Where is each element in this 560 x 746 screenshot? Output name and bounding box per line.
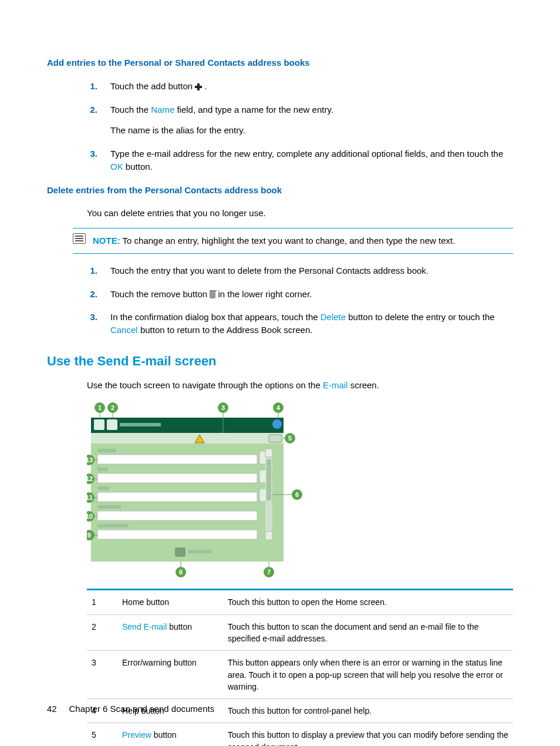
delete-link: Delete — [321, 312, 346, 322]
svg-rect-12 — [97, 468, 108, 471]
step-body: Touch the remove button in the lower rig… — [110, 288, 513, 301]
svg-rect-23 — [265, 449, 272, 457]
text: Touch the — [110, 105, 151, 115]
note-icon — [73, 233, 86, 244]
svg-rect-20 — [97, 524, 128, 527]
text: button. — [126, 162, 153, 172]
note-label: NOTE: — [93, 236, 120, 246]
cell-desc: Touch this button to open the Home scree… — [223, 590, 513, 614]
text: button to return to the Address Book scr… — [140, 325, 313, 335]
svg-rect-19 — [97, 511, 257, 520]
callout-11: 11 — [87, 494, 93, 501]
page-number: 42 — [47, 704, 57, 714]
table-row: 5 Preview button Touch this button to di… — [87, 723, 513, 746]
step-number: 1. — [87, 264, 97, 277]
send-email-screen-figure: 1 2 3 4 5 6 7 8 9 10 11 12 13 — [87, 402, 305, 578]
add-step-1: 1. Touch the add button . — [87, 80, 513, 93]
callout-3: 3 — [221, 404, 225, 411]
text: button — [167, 622, 192, 631]
table-row: 1 Home button Touch this button to open … — [87, 590, 513, 614]
svg-rect-9 — [97, 449, 116, 452]
text: Touch the add button — [110, 81, 195, 91]
step-body: Touch the entry that you want to delete … — [110, 264, 513, 277]
svg-rect-16 — [97, 492, 257, 502]
step-body: Type the e-mail address for the new entr… — [110, 147, 513, 173]
preview-link: Preview — [122, 730, 151, 740]
callout-13: 13 — [87, 456, 93, 463]
cancel-link: Cancel — [110, 325, 138, 335]
svg-rect-27 — [188, 550, 211, 553]
ok-link: OK — [110, 162, 123, 172]
use-intro: Use the touch screen to navigate through… — [87, 379, 513, 392]
cell-num: 1 — [87, 590, 117, 614]
callout-8: 8 — [179, 569, 183, 576]
delete-entries-list: 1. Touch the entry that you want to dele… — [87, 264, 513, 337]
step-number: 1. — [87, 80, 97, 93]
step-number: 3. — [87, 147, 97, 173]
step-body: In the confirmation dialog box that appe… — [110, 311, 513, 337]
svg-rect-24 — [265, 532, 272, 540]
svg-rect-25 — [266, 459, 271, 500]
svg-rect-13 — [97, 473, 257, 483]
cell-desc: Touch this button to display a preview t… — [223, 723, 513, 746]
step-body: Touch the add button . — [110, 80, 513, 93]
text: . — [204, 81, 207, 91]
cell-num: 5 — [87, 723, 117, 746]
cell-name: Home button — [117, 590, 223, 614]
footer-text: Chapter 6 Scan and send documents — [69, 704, 215, 714]
table-row: 2 Send E-mail button Touch this button t… — [87, 614, 513, 651]
text: button — [151, 730, 177, 740]
text: Touch the remove button — [110, 289, 210, 299]
table-row: 3 Error/warning button This button appea… — [87, 650, 513, 698]
delete-step-1: 1. Touch the entry that you want to dele… — [87, 264, 513, 277]
svg-rect-4 — [120, 423, 161, 426]
svg-rect-3 — [107, 419, 117, 430]
heading-use-send-email: Use the Send E-mail screen — [47, 352, 513, 371]
email-link: E-mail — [323, 380, 348, 390]
note-text: To change an entry, highlight the text y… — [123, 236, 456, 246]
callout-10: 10 — [87, 513, 93, 520]
step-number: 3. — [87, 311, 97, 337]
svg-rect-5 — [272, 419, 282, 429]
text: In the confirmation dialog box that appe… — [110, 312, 321, 322]
cell-num: 3 — [87, 651, 117, 698]
cell-desc: This button appears only when there is a… — [223, 651, 513, 698]
heading-add-entries: Add entries to the Personal or Shared Co… — [47, 56, 513, 69]
svg-rect-10 — [97, 455, 257, 464]
callout-table: 1 Home button Touch this button to open … — [87, 589, 513, 746]
svg-rect-18 — [97, 505, 121, 509]
callout-4: 4 — [276, 404, 281, 411]
name-link: Name — [151, 105, 174, 115]
page-footer: 42 Chapter 6 Scan and send documents — [47, 703, 214, 715]
step-number: 2. — [87, 288, 97, 301]
callout-5: 5 — [288, 435, 292, 442]
svg-rect-15 — [97, 486, 109, 490]
callout-6: 6 — [295, 491, 299, 498]
add-step-3: 3. Type the e-mail address for the new e… — [87, 147, 513, 173]
sub-paragraph: The name is the alias for the entry. — [110, 124, 513, 137]
text: button to delete the entry or touch the — [348, 312, 494, 322]
step-number: 2. — [87, 103, 97, 137]
heading-delete-entries: Delete entries from the Personal Contact… — [47, 184, 513, 197]
cell-name: Send E-mail button — [117, 615, 223, 651]
svg-rect-2 — [94, 419, 104, 430]
delete-intro: You can delete entries that you no longe… — [87, 207, 513, 220]
text: Use the touch screen to navigate through… — [87, 380, 323, 390]
callout-9: 9 — [87, 532, 91, 539]
text: Type the e-mail address for the new entr… — [110, 149, 503, 159]
svg-rect-21 — [97, 530, 257, 539]
add-entries-list: 1. Touch the add button . 2. Touch the N… — [87, 80, 513, 173]
cell-desc: Touch this button for control-panel help… — [223, 699, 513, 723]
text: field, and type a name for the new entry… — [177, 105, 333, 115]
svg-rect-26 — [175, 547, 185, 557]
callout-1: 1 — [98, 404, 102, 411]
cell-name: Preview button — [117, 723, 223, 746]
cell-num: 2 — [87, 615, 117, 651]
callout-12: 12 — [87, 475, 93, 482]
callout-7: 7 — [267, 569, 271, 576]
add-step-2: 2. Touch the Name field, and type a name… — [87, 103, 513, 137]
delete-step-3: 3. In the confirmation dialog box that a… — [87, 311, 513, 337]
text: screen. — [350, 380, 379, 390]
plus-icon — [195, 83, 202, 90]
trash-icon — [210, 291, 215, 298]
